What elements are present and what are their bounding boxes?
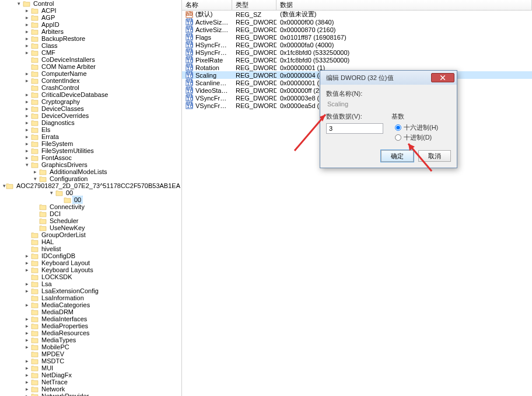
tree-item[interactable]: ▸MobilePC [0,343,181,350]
chevron-right-icon[interactable]: ▸ [23,42,30,49]
list-row[interactable]: 01101001HSyncFreq.Den...REG_DWORD0x00000… [182,41,532,48]
tree-item[interactable]: ▸MediaResources [0,329,181,336]
chevron-right-icon[interactable]: ▸ [23,385,30,392]
chevron-right-icon[interactable]: ▸ [23,364,30,371]
tree-item[interactable]: ▸MediaInterfaces [0,315,181,322]
column-type[interactable]: 类型 [232,0,276,10]
chevron-right-icon[interactable]: ▸ [23,14,30,21]
chevron-right-icon[interactable]: ▸ [23,133,30,140]
chevron-right-icon[interactable]: ▸ [23,105,30,112]
radio-dec[interactable]: 十进制(D) [391,133,451,142]
chevron-right-icon[interactable]: ▸ [23,35,30,42]
chevron-right-icon[interactable]: ▸ [23,357,30,364]
tree-item[interactable]: ·CoDeviceInstallers [0,56,181,63]
tree-item[interactable]: ▸Cryptography [0,98,181,105]
tree-item[interactable]: ·GroupOrderList [0,231,181,238]
chevron-right-icon[interactable]: ▸ [23,252,30,259]
list-row[interactable]: ab(默认)REG_SZ(数值未设置) [182,11,532,18]
tree-item[interactable]: ▸ContentIndex [0,77,181,84]
tree-item[interactable]: ▸DeviceClasses [0,105,181,112]
tree-item[interactable]: ▸FileSystemUtilities [0,147,181,154]
tree-item[interactable]: ▸MUI [0,364,181,371]
column-name[interactable]: 名称 [182,0,232,10]
chevron-down-icon[interactable]: ▾ [32,175,38,182]
radio-hex[interactable]: 十六进制(H) [391,123,451,132]
tree-item[interactable]: ▸CriticalDeviceDatabase [0,91,181,98]
chevron-right-icon[interactable]: ▸ [23,21,30,28]
chevron-right-icon[interactable]: ▸ [23,336,30,343]
tree-item[interactable]: ·LOCKSDK [0,273,181,280]
tree-item[interactable]: ▸DeviceOverrides [0,112,181,119]
chevron-right-icon[interactable]: ▸ [23,343,30,350]
tree-item[interactable]: ▾AOC27901827_2D_07E2_73^51178CC2F570B53A… [0,182,181,189]
chevron-right-icon[interactable]: ▸ [23,126,30,133]
tree-item[interactable]: ·DCI [0,210,181,217]
tree-item[interactable]: ▸NetworkProvider [0,392,181,396]
tree-item[interactable]: ▸Class [0,42,181,49]
chevron-right-icon[interactable]: ▸ [23,259,30,266]
chevron-down-icon[interactable]: ▾ [15,0,22,7]
tree-item[interactable]: ▸MediaTypes [0,336,181,343]
tree-item[interactable]: ▸Network [0,385,181,392]
tree-item[interactable]: ▸MSDTC [0,357,181,364]
chevron-right-icon[interactable]: ▸ [23,287,30,294]
tree-item[interactable]: ▸Els [0,126,181,133]
tree-item[interactable]: ▾Control [0,0,181,7]
close-icon[interactable] [431,73,454,82]
chevron-right-icon[interactable]: ▸ [23,77,30,84]
tree-item[interactable]: ·Scheduler [0,217,181,224]
list-row[interactable]: 01101001FlagsREG_DWORD0x0101ff87 (169081… [182,33,532,41]
dialog-titlebar[interactable]: 编辑 DWORD (32 位)值 [320,71,457,85]
tree-item[interactable]: ▸AppID [0,21,181,28]
chevron-right-icon[interactable]: ▸ [23,378,30,385]
chevron-right-icon[interactable]: ▸ [23,322,30,329]
tree-item[interactable]: ▸CMF [0,49,181,56]
list-row[interactable]: 01101001HSyncFreq.Nu...REG_DWORD0x1fc8bf… [182,48,532,56]
list-row[interactable]: 01101001ActiveSize.cyREG_DWORD0x00000870… [182,26,532,33]
tree-item[interactable]: ▸NetTrace [0,378,181,385]
radio-dec-input[interactable] [395,134,401,141]
list-row[interactable]: 01101001ActiveSize.cxREG_DWORD0x00000f00… [182,18,532,26]
chevron-right-icon[interactable]: ▸ [23,266,30,273]
chevron-right-icon[interactable]: ▸ [23,154,30,161]
tree-item[interactable]: ▾00 [0,189,181,196]
tree-item[interactable]: ▸Diagnostics [0,119,181,126]
cancel-button[interactable]: 取消 [418,150,451,162]
tree-item[interactable]: ·MPDEV [0,350,181,357]
tree-item[interactable]: ▸MediaCategories [0,301,181,308]
tree-item[interactable]: ·CrashControl [0,84,181,91]
chevron-right-icon[interactable]: ▸ [23,98,30,105]
chevron-right-icon[interactable]: ▸ [23,315,30,322]
chevron-right-icon[interactable]: ▸ [23,7,30,14]
ok-button[interactable]: 确定 [381,150,414,162]
chevron-right-icon[interactable]: ▸ [23,147,30,154]
tree-item[interactable]: ▸Keyboard Layout [0,259,181,266]
tree-item[interactable]: ·LsaInformation [0,294,181,301]
value-data-input[interactable] [326,123,383,134]
tree-item[interactable]: ▸ACPI [0,7,181,14]
tree-item[interactable]: ▸Arbiters [0,28,181,35]
column-data[interactable]: 数据 [276,0,532,10]
tree-item[interactable]: ▾Configuration [0,175,181,182]
tree-item[interactable]: ▸AdditionalModeLists [0,168,181,175]
tree-item[interactable]: ·COM Name Arbiter [0,63,181,70]
tree-item[interactable]: ▸Errata [0,133,181,140]
tree-item[interactable]: ▸LsaExtensionConfig [0,287,181,294]
chevron-right-icon[interactable]: ▸ [23,49,30,56]
tree-item[interactable]: ▸Keyboard Layouts [0,266,181,273]
chevron-right-icon[interactable]: ▸ [23,329,30,336]
tree-item[interactable]: ▸IDConfigDB [0,252,181,259]
chevron-right-icon[interactable]: ▸ [23,280,30,287]
chevron-right-icon[interactable]: ▸ [23,119,30,126]
tree-item[interactable]: ·hivelist [0,245,181,252]
tree-item[interactable]: ·00 [0,196,181,203]
radio-hex-input[interactable] [395,124,401,131]
tree-item[interactable]: ·UseNewKey [0,224,181,231]
tree-item[interactable]: ▸FontAssoc [0,154,181,161]
tree-item[interactable]: ▸BackupRestore [0,35,181,42]
tree-item[interactable]: ▸ComputerName [0,70,181,77]
chevron-down-icon[interactable]: ▾ [48,189,55,196]
tree-item[interactable]: ▸NetDiagFx [0,371,181,378]
tree-item[interactable]: ·MediaDRM [0,308,181,315]
chevron-right-icon[interactable]: ▸ [23,70,30,77]
